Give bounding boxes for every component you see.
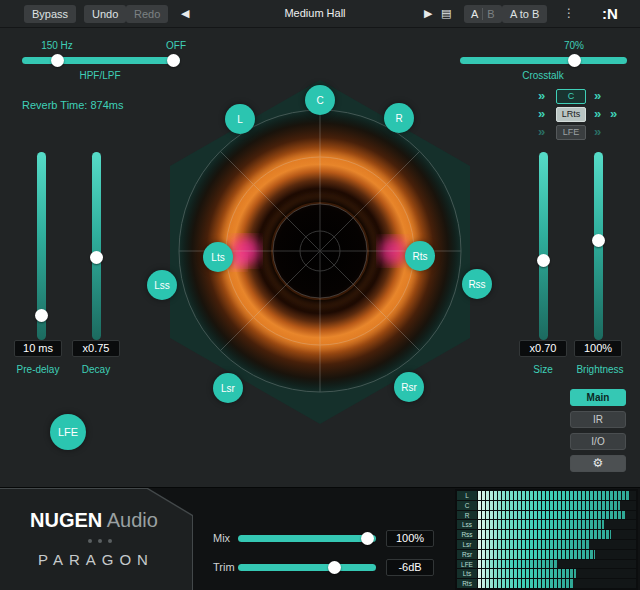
decay-thumb[interactable]	[90, 251, 103, 264]
decay-label: Decay	[72, 364, 120, 375]
crosstalk-slider[interactable]	[460, 57, 627, 64]
meter-track	[478, 530, 636, 539]
meter-track	[478, 569, 636, 578]
settings-gear-icon[interactable]: ⚙	[570, 455, 626, 472]
meter-fill	[478, 530, 611, 539]
meter-fill	[478, 491, 630, 500]
decay-value[interactable]: x0.75	[72, 340, 120, 357]
lfe-node[interactable]: LFE	[50, 414, 86, 450]
hpf-lpf-label: HPF/LPF	[60, 70, 140, 81]
meter-channel-label: R	[457, 511, 477, 520]
route-in-icon-c[interactable]: »	[538, 89, 545, 103]
route-in-icon-lrts[interactable]: »	[538, 107, 545, 121]
meter-row: L	[457, 491, 636, 500]
pre-delay-value[interactable]: 10 ms	[14, 340, 62, 357]
meter-fill	[478, 560, 557, 569]
meter-fill	[478, 520, 604, 529]
brand-dots	[88, 539, 92, 543]
brand-wordmark: NUGEN Audio	[30, 509, 158, 532]
meter-track	[478, 491, 636, 500]
channel-node-c[interactable]: C	[305, 85, 335, 115]
route-out-icon-lfe[interactable]: »	[594, 125, 601, 139]
decay-slider[interactable]	[92, 152, 101, 340]
channel-node-lts[interactable]: Lts	[203, 242, 233, 272]
channel-node-r[interactable]: R	[384, 103, 414, 133]
meter-row: Rss	[457, 530, 636, 539]
trim-label: Trim	[213, 561, 235, 573]
route-button-lfe[interactable]: LFE	[556, 125, 586, 140]
pre-delay-slider[interactable]	[37, 152, 46, 340]
meter-list: LCRLssRssLsrRsrLFELtsRts	[455, 489, 638, 590]
crosstalk-thumb[interactable]	[568, 54, 581, 67]
meter-track	[478, 550, 636, 559]
size-value[interactable]: x0.70	[519, 340, 567, 357]
size-thumb[interactable]	[537, 254, 550, 267]
trim-thumb[interactable]	[328, 561, 341, 574]
meter-fill	[478, 540, 589, 549]
meter-track	[478, 579, 636, 588]
brightness-slider[interactable]	[594, 152, 603, 340]
meter-channel-label: Rss	[457, 530, 477, 539]
hpf-value: 150 Hz	[22, 40, 92, 51]
channel-node-rsr[interactable]: Rsr	[394, 372, 424, 402]
meter-channel-label: Lss	[457, 520, 477, 529]
meter-fill	[478, 501, 620, 510]
mix-value[interactable]: 100%	[386, 530, 434, 547]
meter-row: Rsr	[457, 550, 636, 559]
brightness-value[interactable]: 100%	[574, 340, 622, 357]
route-in-icon-lfe[interactable]: »	[538, 125, 545, 139]
meter-fill	[478, 511, 625, 520]
meter-channel-label: LFE	[457, 560, 477, 569]
meter-fill	[478, 569, 576, 578]
size-slider[interactable]	[539, 152, 548, 340]
brightness-label: Brightness	[560, 364, 640, 375]
meter-track	[478, 560, 636, 569]
meter-row: R	[457, 511, 636, 520]
crosstalk-value: 70%	[544, 40, 604, 51]
channel-node-l[interactable]: L	[225, 104, 255, 134]
channel-node-rss[interactable]: Rss	[462, 269, 492, 299]
lpf-value: OFF	[146, 40, 206, 51]
mix-slider[interactable]	[238, 535, 376, 542]
meter-track	[478, 511, 636, 520]
meter-row: C	[457, 501, 636, 510]
hpf-lpf-slider[interactable]	[22, 57, 180, 64]
meter-channel-label: C	[457, 501, 477, 510]
footer-bar: NUGEN Audio PARAGON Mix 100% Trim -6dB L…	[0, 487, 640, 590]
trim-slider[interactable]	[238, 564, 376, 571]
route-out-icon-c[interactable]: »	[594, 89, 601, 103]
route-out-icon-lrts[interactable]: »	[594, 107, 601, 121]
meter-channel-label: Rts	[457, 579, 477, 588]
tab-main[interactable]: Main	[570, 389, 626, 406]
brightness-thumb[interactable]	[592, 234, 605, 247]
meter-fill	[478, 550, 595, 559]
meter-channel-label: Lts	[457, 569, 477, 578]
product-name: PARAGON	[38, 551, 154, 568]
channel-node-lss[interactable]: Lss	[147, 270, 177, 300]
meter-track	[478, 520, 636, 529]
channel-node-lsr[interactable]: Lsr	[213, 373, 243, 403]
meter-channel-label: L	[457, 491, 477, 500]
tab-ir[interactable]: IR	[570, 411, 626, 428]
mix-thumb[interactable]	[361, 532, 374, 545]
mix-label: Mix	[213, 532, 230, 544]
pre-delay-thumb[interactable]	[35, 309, 48, 322]
tab-io[interactable]: I/O	[570, 433, 626, 450]
meter-channel-label: Rsr	[457, 550, 477, 559]
reverb-time-readout: Reverb Time: 874ms	[22, 99, 123, 111]
brand-audio: Audio	[102, 509, 158, 531]
route-button-lrts[interactable]: LRts	[556, 107, 586, 122]
crosstalk-label: Crosstalk	[480, 70, 606, 81]
route-button-c[interactable]: C	[556, 89, 586, 104]
route-out2-icon-lrts[interactable]: »	[610, 107, 617, 121]
trim-value[interactable]: -6dB	[386, 559, 434, 576]
lpf-thumb[interactable]	[167, 54, 180, 67]
hpf-thumb[interactable]	[51, 54, 64, 67]
meter-track	[478, 501, 636, 510]
logo-panel: NUGEN Audio PARAGON	[0, 489, 192, 590]
pre-delay-label: Pre-delay	[0, 364, 76, 375]
meter-row: LFE	[457, 560, 636, 569]
meter-row: Lss	[457, 520, 636, 529]
meter-row: Lsr	[457, 540, 636, 549]
channel-node-rts[interactable]: Rts	[405, 241, 435, 271]
